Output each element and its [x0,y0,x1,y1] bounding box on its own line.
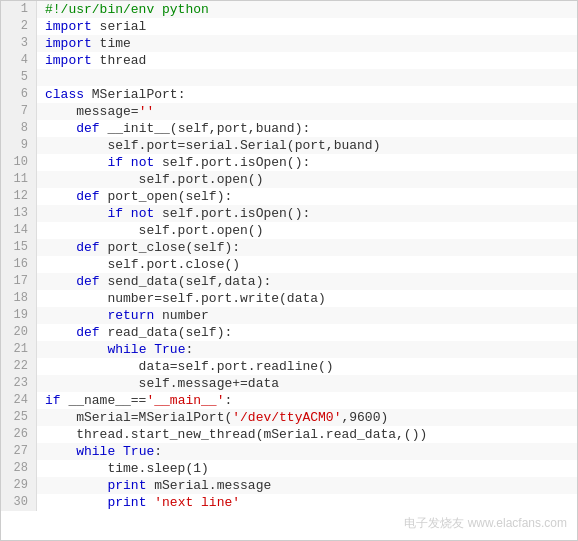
line-content: number=self.port.write(data) [37,290,577,307]
line-content: import serial [37,18,577,35]
table-row: 11 self.port.open() [1,171,577,188]
table-row: 23 self.message+=data [1,375,577,392]
table-row: 24if __name__=='__main__': [1,392,577,409]
line-number: 14 [1,222,37,239]
line-number: 24 [1,392,37,409]
table-row: 7 message='' [1,103,577,120]
line-number: 15 [1,239,37,256]
line-number: 8 [1,120,37,137]
table-row: 1#!/usr/bin/env python [1,1,577,18]
line-number: 19 [1,307,37,324]
table-row: 18 number=self.port.write(data) [1,290,577,307]
line-number: 17 [1,273,37,290]
watermark: 电子发烧友 www.elacfans.com [404,515,567,532]
line-number: 5 [1,69,37,86]
table-row: 10 if not self.port.isOpen(): [1,154,577,171]
line-number: 21 [1,341,37,358]
table-row: 6class MSerialPort: [1,86,577,103]
line-number: 23 [1,375,37,392]
line-number: 7 [1,103,37,120]
line-number: 12 [1,188,37,205]
line-content: self.port.close() [37,256,577,273]
line-content: data=self.port.readline() [37,358,577,375]
line-number: 1 [1,1,37,18]
line-content: def read_data(self): [37,324,577,341]
line-content: if not self.port.isOpen(): [37,205,577,222]
line-content: while True: [37,341,577,358]
line-number: 4 [1,52,37,69]
table-row: 13 if not self.port.isOpen(): [1,205,577,222]
line-number: 26 [1,426,37,443]
table-row: 9 self.port=serial.Serial(port,buand) [1,137,577,154]
table-row: 29 print mSerial.message [1,477,577,494]
table-row: 12 def port_open(self): [1,188,577,205]
line-number: 10 [1,154,37,171]
line-content: mSerial=MSerialPort('/dev/ttyACM0',9600) [37,409,577,426]
line-content: thread.start_new_thread(mSerial.read_dat… [37,426,577,443]
table-row: 2import serial [1,18,577,35]
line-content: def send_data(self,data): [37,273,577,290]
line-content: self.message+=data [37,375,577,392]
line-content: message='' [37,103,577,120]
table-row: 15 def port_close(self): [1,239,577,256]
line-number: 16 [1,256,37,273]
line-number: 25 [1,409,37,426]
line-content: print mSerial.message [37,477,577,494]
line-content: self.port=serial.Serial(port,buand) [37,137,577,154]
line-number: 13 [1,205,37,222]
line-content: if __name__=='__main__': [37,392,577,409]
line-number: 3 [1,35,37,52]
line-number: 9 [1,137,37,154]
line-number: 22 [1,358,37,375]
line-content: self.port.open() [37,171,577,188]
table-row: 14 self.port.open() [1,222,577,239]
table-row: 21 while True: [1,341,577,358]
line-content: if not self.port.isOpen(): [37,154,577,171]
line-number: 27 [1,443,37,460]
table-row: 19 return number [1,307,577,324]
line-number: 30 [1,494,37,511]
line-content: time.sleep(1) [37,460,577,477]
line-content: #!/usr/bin/env python [37,1,577,18]
line-number: 6 [1,86,37,103]
line-content: self.port.open() [37,222,577,239]
line-content: class MSerialPort: [37,86,577,103]
table-row: 28 time.sleep(1) [1,460,577,477]
table-row: 5 [1,69,577,86]
table-row: 4import thread [1,52,577,69]
line-content: print 'next line' [37,494,577,511]
line-number: 29 [1,477,37,494]
table-row: 8 def __init__(self,port,buand): [1,120,577,137]
line-number: 18 [1,290,37,307]
code-viewer: 1#!/usr/bin/env python2import serial3imp… [0,0,578,541]
line-content: import thread [37,52,577,69]
table-row: 20 def read_data(self): [1,324,577,341]
line-content [37,69,577,86]
line-content: return number [37,307,577,324]
code-lines: 1#!/usr/bin/env python2import serial3imp… [1,1,577,511]
line-content: def __init__(self,port,buand): [37,120,577,137]
line-number: 11 [1,171,37,188]
table-row: 3import time [1,35,577,52]
table-row: 16 self.port.close() [1,256,577,273]
table-row: 30 print 'next line' [1,494,577,511]
table-row: 25 mSerial=MSerialPort('/dev/ttyACM0',96… [1,409,577,426]
table-row: 26 thread.start_new_thread(mSerial.read_… [1,426,577,443]
line-content: while True: [37,443,577,460]
line-number: 28 [1,460,37,477]
line-number: 20 [1,324,37,341]
line-content: def port_open(self): [37,188,577,205]
line-number: 2 [1,18,37,35]
line-content: def port_close(self): [37,239,577,256]
table-row: 17 def send_data(self,data): [1,273,577,290]
table-row: 27 while True: [1,443,577,460]
line-content: import time [37,35,577,52]
table-row: 22 data=self.port.readline() [1,358,577,375]
